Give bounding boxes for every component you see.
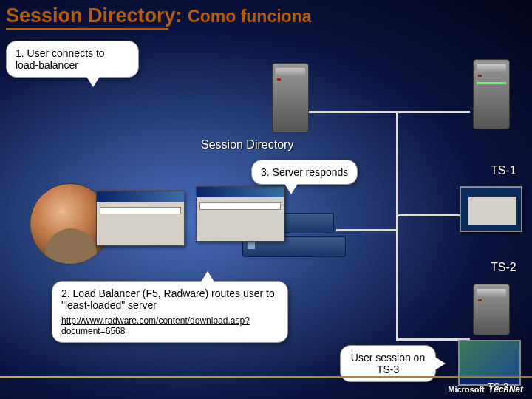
- callout-step2: 2. Load Balancer (F5, Radware) routes us…: [52, 281, 288, 343]
- rd-dialog-1-icon: [96, 191, 185, 246]
- callout-step3: 3. Server responds: [251, 160, 358, 185]
- wire-lb-stub: [336, 229, 338, 231]
- callout-step1-text: 1. User connects to load-balancer: [16, 47, 105, 71]
- rd-dialog-2-icon: [196, 186, 284, 242]
- footer-brand: Microsoft: [448, 385, 485, 394]
- bottom-accent-bar: [0, 376, 532, 378]
- ts1-server-icon: [473, 59, 510, 129]
- footer-logo: Microsoft TechNet: [448, 384, 523, 395]
- wire-ts1-h: [396, 111, 470, 113]
- callout-user-session-text: User session on TS-3: [351, 352, 425, 375]
- title-underline: [6, 28, 168, 30]
- ts3-server-icon: [473, 284, 510, 335]
- footer-product: TechNet: [488, 384, 523, 395]
- wire-ts2-h: [396, 214, 463, 216]
- ts1-label: TS-1: [491, 164, 516, 177]
- wire-lb-h: [336, 229, 398, 231]
- ts3-screen-icon: [458, 340, 521, 386]
- radware-link[interactable]: http://www.radware.com/content/download.…: [61, 316, 279, 336]
- callout-step3-text: 3. Server responds: [261, 166, 348, 178]
- session-directory-label: Session Directory: [201, 138, 293, 151]
- callout-step1: 1. User connects to load-balancer: [6, 41, 139, 78]
- session-directory-server-icon: [272, 63, 309, 133]
- wire-backbone: [396, 111, 398, 340]
- title-main: Session Directory:: [6, 4, 183, 27]
- ts2-label: TS-2: [491, 261, 516, 274]
- ts1-screen-icon: [460, 186, 522, 232]
- callout-step2-text: 2. Load Balancer (F5, Radware) routes us…: [61, 287, 275, 311]
- slide-title: Session Directory: Como funciona: [6, 4, 312, 27]
- title-subtitle: Como funciona: [188, 7, 311, 26]
- wire-sd: [307, 111, 398, 113]
